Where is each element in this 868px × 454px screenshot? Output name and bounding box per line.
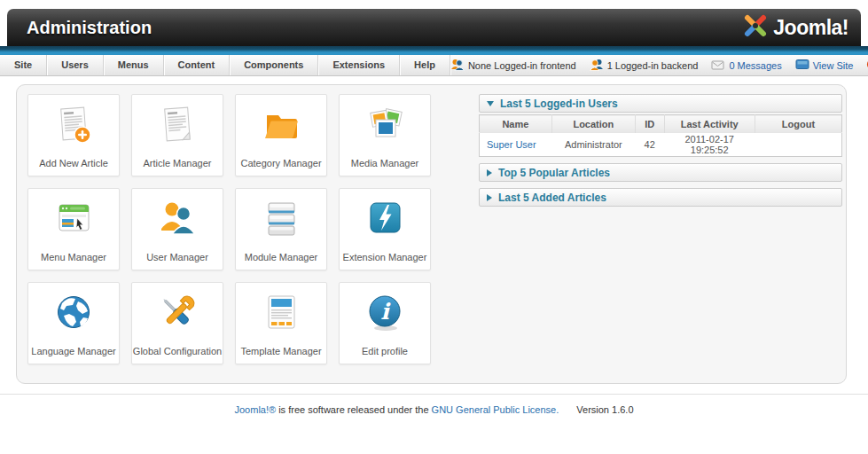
category-manager-icon (259, 103, 303, 158)
messages-icon (711, 59, 725, 73)
expand-arrow-icon (487, 169, 492, 176)
location-cell: Administrator (551, 133, 635, 157)
quick-icon-template-manager[interactable]: Template Manager (235, 282, 327, 364)
table-header-row: Name Location ID Last Activity Logout (480, 115, 842, 133)
footer: Joomla!® is free software released under… (0, 404, 868, 415)
panel-title: Top 5 Popular Articles (498, 167, 610, 179)
view-site-icon (795, 59, 809, 72)
template-manager-icon (259, 291, 303, 346)
admin-page: Administration Joomla! Site Users Menus … (0, 0, 868, 454)
page-title: Administration (27, 18, 152, 38)
menu-content[interactable]: Content (164, 55, 231, 75)
table-row: Super User Administrator 42 2011-02-17 1… (480, 133, 842, 157)
quick-icon-add-new-article[interactable]: Add New Article (27, 94, 120, 176)
tile-label: Category Manager (240, 158, 321, 168)
collapse-arrow-icon (487, 101, 494, 106)
gpl-link[interactable]: GNU General Public License. (432, 404, 559, 415)
menu-menus[interactable]: Menus (104, 55, 164, 75)
quick-icon-grid: Add New Article Artic (27, 94, 431, 364)
joomla-emblem-icon (742, 12, 769, 43)
view-site-label: View Site (813, 60, 854, 71)
language-manager-icon (51, 291, 96, 346)
quick-icon-edit-profile[interactable]: i Edit profile (339, 282, 431, 364)
panel-last-added-articles[interactable]: Last 5 Added Articles (479, 188, 842, 207)
cpanel-modules: Last 5 Logged-in Users Name Location ID … (479, 94, 842, 213)
backend-users-label: 1 Logged-in backend (607, 60, 699, 71)
view-site-link[interactable]: View Site (795, 59, 854, 72)
quick-icon-module-manager[interactable]: Module Manager (235, 188, 327, 270)
menu-site[interactable]: Site (0, 55, 47, 75)
col-name: Name (480, 115, 552, 133)
col-location: Location (551, 115, 635, 133)
backend-users-icon (590, 58, 604, 73)
tile-label: Module Manager (245, 252, 318, 262)
quick-icon-media-manager[interactable]: Media Manager (339, 94, 431, 176)
panel-top-popular-articles[interactable]: Top 5 Popular Articles (479, 163, 842, 182)
media-manager-icon (363, 103, 407, 158)
add-article-icon (51, 103, 96, 158)
messages-link[interactable]: 0 Messages (711, 59, 781, 73)
quick-icon-user-manager[interactable]: User Manager (131, 188, 223, 270)
messages-label: 0 Messages (729, 60, 781, 71)
joomla-logo: Joomla! (742, 12, 848, 43)
tile-label: Article Manager (143, 158, 211, 168)
header: Administration Joomla! (7, 9, 861, 46)
menu-manager-icon (51, 197, 96, 252)
quick-icon-menu-manager[interactable]: Menu Manager (27, 188, 120, 270)
col-logout: Logout (755, 115, 841, 133)
panel-title: Last 5 Added Articles (498, 192, 606, 204)
col-id: ID (635, 115, 664, 133)
quick-icon-language-manager[interactable]: Language Manager (27, 282, 120, 364)
joomla-logo-text: Joomla! (773, 16, 848, 40)
frontend-users-icon (450, 58, 465, 73)
user-link[interactable]: Super User (487, 139, 536, 150)
joomla-link[interactable]: Joomla!® (234, 404, 276, 415)
footer-divider (0, 394, 868, 395)
quick-icon-article-manager[interactable]: Article Manager (131, 94, 223, 176)
status-bar: None Logged-in frontend 1 Logged-in back… (450, 55, 868, 75)
module-manager-icon (259, 197, 303, 252)
edit-profile-icon: i (363, 291, 407, 346)
quick-icon-category-manager[interactable]: Category Manager (235, 94, 327, 176)
frontend-users-status: None Logged-in frontend (450, 58, 576, 73)
article-manager-icon (155, 103, 199, 158)
menu-components[interactable]: Components (230, 55, 318, 75)
expand-arrow-icon (487, 194, 492, 201)
user-manager-icon (155, 197, 199, 252)
panel-last-logged-in-users[interactable]: Last 5 Logged-in Users (479, 94, 842, 113)
quick-icon-global-configuration[interactable]: Global Configuration (131, 282, 223, 364)
version-text: Version 1.6.0 (576, 404, 633, 415)
tile-label: Language Manager (31, 346, 115, 356)
menu-bar: Site Users Menus Content Components Exte… (0, 55, 868, 76)
global-configuration-icon (155, 291, 199, 346)
tile-label: Edit profile (362, 346, 408, 356)
tile-label: Extension Manager (343, 252, 427, 262)
menu-help[interactable]: Help (400, 55, 450, 75)
col-last-activity: Last Activity (664, 115, 755, 133)
tile-label: Media Manager (351, 158, 418, 168)
quick-icon-extension-manager[interactable]: Extension Manager (339, 188, 431, 270)
last-activity-cell: 2011-02-17 19:25:52 (664, 133, 755, 157)
backend-users-status: 1 Logged-in backend (590, 58, 699, 73)
control-panel: Add New Article Artic (16, 84, 847, 384)
tile-label: Global Configuration (133, 346, 222, 356)
id-cell: 42 (635, 133, 664, 157)
extension-manager-icon (363, 197, 407, 252)
logout-cell (755, 133, 841, 157)
tile-label: Template Manager (240, 346, 321, 356)
frontend-users-label: None Logged-in frontend (468, 60, 576, 71)
tile-label: Add New Article (39, 158, 108, 168)
tile-label: Menu Manager (41, 252, 106, 262)
tile-label: User Manager (146, 252, 208, 262)
menu-users[interactable]: Users (47, 55, 104, 75)
footer-text: is free software released under the (276, 404, 431, 415)
logged-in-users-table: Name Location ID Last Activity Logout Su… (479, 114, 842, 157)
panel-title: Last 5 Logged-in Users (500, 98, 618, 110)
blue-stripe (0, 46, 868, 55)
menu-extensions[interactable]: Extensions (318, 55, 400, 75)
